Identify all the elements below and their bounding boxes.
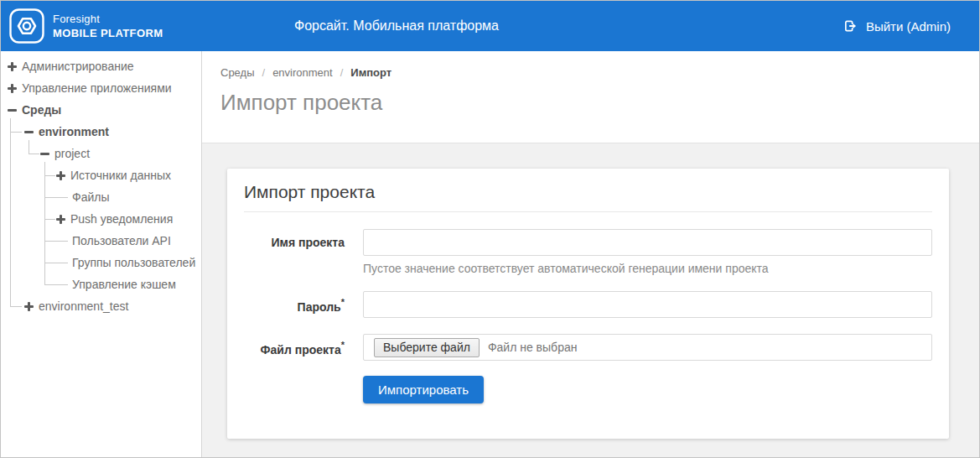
choose-file-button[interactable]: Выберите файл [374, 338, 480, 357]
breadcrumb-environment-link[interactable]: environment [272, 66, 333, 79]
required-asterisk: * [341, 340, 345, 350]
sidebar-item-push-notifications[interactable]: Push уведомления [1, 208, 201, 230]
content-area: Импорт проекта Имя проекта Пустое значен… [202, 143, 979, 457]
project-name-label: Имя проекта [244, 229, 345, 249]
sidebar-item-user-groups[interactable]: Группы пользователей [1, 252, 201, 273]
password-input[interactable] [363, 291, 932, 318]
breadcrumb: Среды / environment / Импорт [220, 66, 979, 79]
tree-item-label: Управление кэшем [72, 278, 176, 291]
logo-line1: Foresight [53, 13, 163, 25]
logo[interactable]: Foresight MOBILE PLATFORM [9, 8, 163, 44]
project-name-input[interactable] [363, 229, 932, 256]
required-asterisk: * [341, 297, 345, 307]
breadcrumb-separator: / [340, 66, 344, 79]
tree-item-label: Управление приложениями [22, 81, 172, 95]
tree-item-label: environment [39, 125, 109, 138]
sidebar-item-administration[interactable]: Администрирование [1, 55, 201, 77]
tree-item-label: Пользователи API [72, 234, 171, 247]
tree-item-label: Push уведомления [70, 212, 173, 226]
expand-icon[interactable] [8, 84, 17, 93]
sidebar-item-files[interactable]: Файлы [1, 186, 201, 208]
page-title: Импорт проекта [220, 90, 979, 116]
header: Foresight MOBILE PLATFORM Форсайт. Мобил… [1, 1, 979, 51]
logo-text: Foresight MOBILE PLATFORM [53, 13, 163, 39]
import-button[interactable]: Импортировать [363, 376, 484, 403]
project-name-hint: Пустое значение соответствует автоматиче… [363, 262, 932, 275]
sidebar-item-environment[interactable]: environment [1, 121, 201, 143]
expand-icon[interactable] [8, 62, 17, 71]
password-label: Пароль* [244, 291, 345, 314]
logo-line2: MOBILE PLATFORM [53, 27, 163, 39]
breadcrumb-current: Импорт [350, 66, 391, 79]
tree-item-label: environment_test [39, 299, 128, 313]
import-project-card: Импорт проекта Имя проекта Пустое значен… [227, 169, 949, 439]
tree-item-label: Группы пользователей [72, 256, 195, 269]
sidebar-item-app-management[interactable]: Управление приложениями [1, 77, 201, 99]
card-heading: Импорт проекта [244, 180, 932, 204]
expand-icon[interactable] [56, 171, 65, 180]
tree-item-label: Среды [22, 103, 61, 117]
tree-item-label: Администрирование [22, 60, 134, 73]
app-window: Foresight MOBILE PLATFORM Форсайт. Мобил… [0, 0, 980, 458]
collapse-icon[interactable] [40, 149, 49, 159]
expand-icon[interactable] [56, 215, 65, 224]
tree-item-label: project [54, 147, 90, 160]
project-file-row: Файл проекта* Выберите файл Файл не выбр… [244, 334, 932, 361]
page-header-band: Среды / environment / Импорт Импорт прое… [202, 51, 979, 143]
sidebar-item-api-users[interactable]: Пользователи API [1, 230, 201, 252]
logout-icon [843, 19, 858, 34]
logout-button[interactable]: Выйти (Admin) [843, 19, 951, 34]
foresight-logo-icon [9, 8, 44, 44]
sidebar-item-environments[interactable]: Среды [1, 99, 201, 121]
navigation-tree: Администрирование Управление приложениям… [1, 51, 201, 317]
app-title: Форсайт. Мобильная платформа [294, 18, 499, 34]
collapse-icon[interactable] [8, 106, 17, 115]
breadcrumb-environments-link[interactable]: Среды [220, 66, 255, 79]
breadcrumb-separator: / [262, 66, 266, 79]
sidebar-item-environment-test[interactable]: environment_test [1, 295, 201, 317]
file-status-text: Файл не выбран [488, 341, 578, 354]
tree-item-label: Файлы [72, 190, 109, 204]
card-divider [244, 211, 932, 212]
tree-item-label: Источники данных [70, 169, 171, 182]
main-area: Среды / environment / Импорт Импорт прое… [202, 51, 979, 457]
password-row: Пароль* [244, 291, 932, 318]
project-file-label: Файл проекта* [244, 334, 345, 357]
sidebar-item-project[interactable]: project [1, 143, 201, 164]
logout-label: Выйти (Admin) [866, 19, 951, 34]
project-name-row: Имя проекта Пустое значение соответствуе… [244, 229, 932, 275]
sidebar-item-data-sources[interactable]: Источники данных [1, 164, 201, 186]
file-input[interactable]: Выберите файл Файл не выбран [363, 334, 932, 361]
expand-icon[interactable] [24, 302, 34, 311]
sidebar: Администрирование Управление приложениям… [1, 51, 202, 457]
sidebar-item-cache-management[interactable]: Управление кэшем [1, 273, 201, 295]
collapse-icon[interactable] [24, 128, 34, 137]
